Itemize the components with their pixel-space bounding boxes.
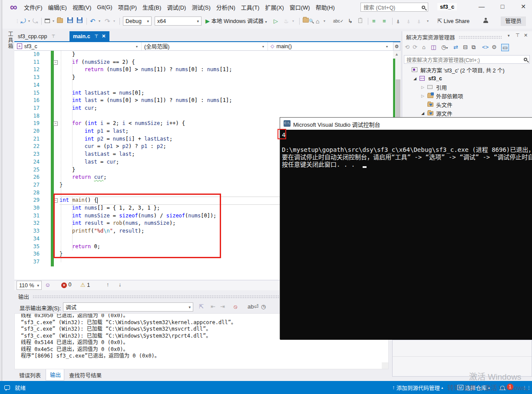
goto-next-message-icon[interactable]: ⇥ <box>220 303 225 310</box>
scrollbar-up-arrow[interactable]: ▲ <box>393 51 400 58</box>
fold-marker[interactable]: − <box>53 121 58 126</box>
menu-7[interactable]: 调试(D) <box>167 3 186 11</box>
menu-3[interactable]: 视图(V) <box>73 3 91 11</box>
error-count[interactable]: ✕ 0 <box>61 282 71 288</box>
navigate-back-arrow[interactable]: ▾ <box>28 17 30 25</box>
start-debug-button[interactable]: ▶ 本地 Windows 调试器 ▾ <box>205 17 267 25</box>
tree-item-引用[interactable]: ▷引用 <box>402 83 532 92</box>
bottom-tab-输出[interactable]: 输出 <box>46 369 64 381</box>
menu-4[interactable]: Git(G) <box>97 4 112 10</box>
hot-reload-icon[interactable]: ♨ <box>284 17 289 25</box>
menu-9[interactable]: 分析(N) <box>216 3 235 11</box>
live-share-icon[interactable]: ⇱ Live Share <box>437 17 469 25</box>
show-all-files-icon[interactable]: ▭ <box>501 44 509 51</box>
zoom-level-dropdown[interactable]: 110 %▾ <box>17 281 42 290</box>
tree-item-头文件[interactable]: 头文件 <box>402 100 532 109</box>
document-tab-sf3_cpp.cpp[interactable]: sf3_cpp.cpp⊤ <box>14 31 59 41</box>
bottom-tab-错误列表[interactable]: 错误列表 <box>15 369 45 381</box>
new-project-arrow[interactable]: ▾ <box>53 17 54 25</box>
find-message-icon[interactable]: ⇱ <box>199 303 204 310</box>
cursor-icon[interactable]: ↳ <box>348 17 353 25</box>
properties-icon[interactable]: ⚙ <box>492 44 497 50</box>
nav-scope-dropdown[interactable]: (全局范围) ▾ <box>142 42 268 50</box>
bottom-tab-查找符号结果[interactable]: 查找符号结果 <box>65 369 106 381</box>
word-wrap-icon[interactable]: ab⏎ <box>248 303 258 310</box>
close-panel-icon[interactable]: ✕ <box>524 33 528 38</box>
configuration-dropdown[interactable]: Debug▾ <box>123 16 152 26</box>
indent-left-icon[interactable]: ≡ <box>372 17 376 25</box>
copy-icon[interactable]: ⧉ <box>472 44 476 51</box>
find-in-files-icon[interactable]: 🔍 <box>303 17 314 25</box>
menu-6[interactable]: 生成(B) <box>142 3 161 11</box>
new-project-icon[interactable] <box>45 17 50 25</box>
menu-2[interactable]: 编辑(E) <box>48 3 67 11</box>
window-layout-arrow[interactable]: ▾ <box>324 17 325 25</box>
pin-icon[interactable]: ⊤ <box>51 34 55 39</box>
menu-13[interactable]: 帮助(H) <box>316 3 335 11</box>
back-icon[interactable]: ⟲ <box>405 44 410 50</box>
run-without-debug-icon[interactable]: ▷ <box>274 17 278 25</box>
next-bookmark-icon[interactable]: ⍋ <box>417 17 420 25</box>
clear-all-icon[interactable]: ⦸ <box>234 303 237 310</box>
expander-collapsed-icon[interactable]: ▷ <box>421 94 424 98</box>
feedback-bubble-icon[interactable] <box>4 381 10 394</box>
add-to-source-control[interactable]: ↑ 添加到源代码管理 ▴ <box>392 381 443 394</box>
feedback-icon[interactable]: ☺ <box>45 282 50 288</box>
spell-check-icon[interactable]: abc✓ <box>333 17 344 25</box>
toolbar-drag-handle[interactable]: ⋮ <box>15 17 20 25</box>
pin-icon[interactable]: ⊤ <box>95 34 99 39</box>
prev-bookmark-icon[interactable]: ⍋ <box>407 17 410 25</box>
save-icon[interactable] <box>67 17 73 25</box>
scrollbar-thumb[interactable] <box>396 79 400 118</box>
tree-item-sf3_c[interactable]: ◢++sf3_c <box>402 74 532 83</box>
collapse-all-icon[interactable]: ⊟ <box>463 44 468 50</box>
toolbar-overflow-arrow[interactable]: ▾ <box>427 17 429 25</box>
indent-right-icon[interactable]: ≡ <box>383 17 386 25</box>
bookmark-icon[interactable]: ⍋ <box>397 17 400 25</box>
panel-menu-arrow-icon[interactable]: ▾ <box>508 33 510 38</box>
tree-item-源文件[interactable]: ◢源文件 <box>402 109 532 118</box>
pin-icon[interactable]: ⊤ <box>515 33 520 38</box>
home-icon[interactable]: ⌂ <box>422 44 426 50</box>
next-issue-arrow[interactable]: ↓ <box>119 282 121 288</box>
menu-1[interactable]: 文件(F) <box>24 3 43 11</box>
expander-collapsed-icon[interactable]: ▷ <box>421 85 424 89</box>
platform-dropdown[interactable]: x64▾ <box>155 16 202 26</box>
search-box[interactable]: 搜索 (Ctrl+Q) <box>360 3 428 12</box>
menu-12[interactable]: 窗口(W) <box>290 3 310 11</box>
view-code-icon[interactable]: <> <box>482 44 489 50</box>
menu-11[interactable]: 扩展(X) <box>265 3 284 11</box>
maximize-button[interactable]: □ <box>492 0 512 13</box>
navigate-back-icon[interactable]: ⤾ <box>20 17 26 25</box>
nav-project-dropdown[interactable]: + sf3_c ▾ <box>14 42 142 50</box>
undo-icon[interactable]: ↶ <box>90 17 96 25</box>
fold-marker[interactable]: − <box>53 60 58 65</box>
account-icon[interactable] <box>483 17 489 25</box>
redo-arrow[interactable]: ▾ <box>113 17 115 25</box>
close-tab-icon[interactable]: ✕ <box>102 33 106 39</box>
autoscroll-icon[interactable]: ◷ <box>261 303 266 310</box>
split-editor-button[interactable]: ⚙ <box>393 42 400 51</box>
expander-expanded-icon[interactable]: ◢ <box>421 111 424 115</box>
pending-changes-filter-icon[interactable]: ◷▾ <box>441 44 448 50</box>
open-file-icon[interactable] <box>57 17 63 25</box>
hot-reload-arrow[interactable]: ▾ <box>292 17 294 25</box>
close-button[interactable]: ✕ <box>513 0 532 13</box>
tree-item-外部依赖项[interactable]: ▷外部依赖项 <box>402 92 532 100</box>
warning-count[interactable]: ⚠ 1 <box>80 282 90 288</box>
output-source-dropdown[interactable]: 调试▾ <box>63 302 193 312</box>
goto-prev-message-icon[interactable]: ⇤ <box>211 303 215 310</box>
navigate-forward-icon[interactable]: ⤿ <box>33 17 38 25</box>
paste-icon[interactable] <box>358 17 362 25</box>
menu-5[interactable]: 项目(P) <box>118 3 137 11</box>
solution-explorer-search[interactable]: 搜索解决方案资源管理器(Ctrl+;) <box>404 55 530 64</box>
redo-icon[interactable]: ↷ <box>105 17 110 25</box>
debug-console-window[interactable]: C:\ Microsoft Visual Studio 调试控制台 4D:\my… <box>280 117 532 339</box>
save-all-icon[interactable] <box>77 17 83 25</box>
output-scrollbar[interactable]: ▼ <box>382 362 389 369</box>
console-title-bar[interactable]: C:\ Microsoft Visual Studio 调试控制台 <box>280 118 532 130</box>
sync-with-active-document-icon[interactable]: ⇄ <box>453 44 458 50</box>
document-tab-main.c[interactable]: main.c⊤✕ <box>69 31 109 41</box>
forward-icon[interactable]: ⟳ <box>413 44 417 50</box>
minimize-button[interactable]: — <box>472 0 492 13</box>
